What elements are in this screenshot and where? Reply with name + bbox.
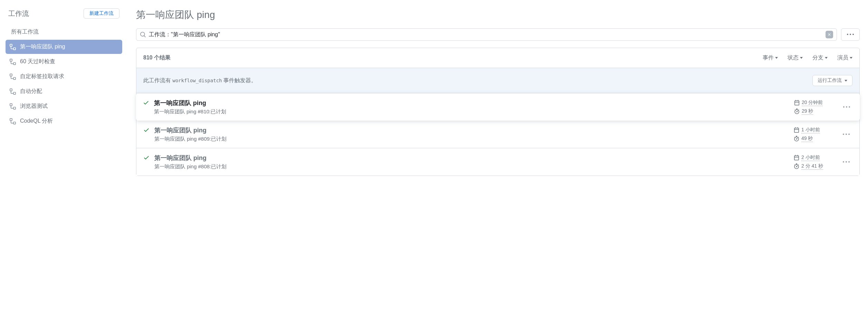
results-count: 810 个结果: [143, 54, 171, 62]
search-wrapper: [136, 28, 837, 41]
search-input[interactable]: [149, 31, 826, 38]
caret-down-icon: [800, 57, 803, 59]
run-menu-button[interactable]: [840, 102, 853, 112]
sidebar-item-label: 自定标签拉取请求: [20, 73, 64, 80]
run-title: 第一响应团队 ping: [154, 154, 789, 162]
run-main: 第一响应团队 ping 第一响应团队 ping #809:已计划: [154, 126, 789, 142]
new-workflow-button[interactable]: 新建工作流: [84, 8, 119, 19]
run-meta: 1 小时前 49 秒: [794, 127, 835, 142]
sidebar-item-workflow[interactable]: 浏览器测试: [6, 99, 122, 113]
sidebar-item-label: 浏览器测试: [20, 103, 48, 110]
sidebar-item-workflow[interactable]: 自动分配: [6, 84, 122, 98]
caret-down-icon: [850, 57, 852, 59]
caret-down-icon: [845, 80, 847, 82]
sidebar-item-label: 第一响应团队 ping: [20, 43, 65, 50]
caret-down-icon: [825, 57, 828, 59]
sidebar-item-workflow[interactable]: 60 天过时检查: [6, 55, 122, 69]
stopwatch-icon: [794, 163, 799, 169]
run-meta: 2 小时前 2 分 41 秒: [794, 154, 835, 170]
kebab-icon: [843, 131, 850, 138]
calendar-icon: [794, 100, 800, 105]
more-options-button[interactable]: [841, 28, 860, 41]
dispatch-text-prefix: 此工作流有: [143, 77, 172, 83]
sidebar-item-workflow[interactable]: 自定标签拉取请求: [6, 69, 122, 84]
run-subtitle: 第一响应团队 ping #808:已计划: [154, 163, 789, 170]
run-time: 1 小时前: [801, 127, 820, 133]
run-time: 2 小时前: [801, 154, 820, 161]
sidebar: 工作流 新建工作流 所有工作流 第一响应团队 ping60 天过时检查自定标签拉…: [0, 0, 128, 320]
workflow-icon: [10, 103, 16, 110]
stopwatch-icon: [794, 109, 800, 114]
check-icon: [143, 154, 150, 161]
run-duration: 2 分 41 秒: [801, 163, 823, 170]
sidebar-title: 工作流: [8, 9, 29, 18]
run-row[interactable]: 第一响应团队 ping 第一响应团队 ping #808:已计划 2 小时前 2…: [136, 148, 859, 176]
dispatch-text-suffix: 事件触发器。: [222, 77, 257, 83]
kebab-icon: [843, 159, 850, 166]
run-menu-button[interactable]: [840, 157, 852, 167]
clear-search-button[interactable]: [826, 31, 833, 38]
sidebar-item-label: 所有工作流: [11, 28, 39, 36]
run-duration: 49 秒: [801, 135, 813, 142]
stopwatch-icon: [794, 136, 799, 141]
main-content: 第一响应团队 ping 810 个结果 事件 状态 分支 演员: [128, 0, 868, 320]
sidebar-item-label: 自动分配: [20, 88, 42, 95]
run-menu-button[interactable]: [840, 130, 852, 139]
sidebar-item-workflow[interactable]: CodeQL 分析: [6, 114, 122, 128]
run-subtitle: 第一响应团队 ping #810:已计划: [154, 109, 789, 115]
sidebar-item-label: 60 天过时检查: [20, 58, 55, 65]
run-duration: 29 秒: [802, 108, 813, 115]
sidebar-item-label: CodeQL 分析: [20, 117, 53, 125]
check-icon: [143, 127, 150, 133]
filter-branch[interactable]: 分支: [812, 54, 828, 62]
run-title: 第一响应团队 ping: [154, 126, 789, 134]
run-time: 20 分钟前: [802, 100, 823, 106]
search-icon: [140, 31, 146, 38]
workflow-icon: [10, 88, 16, 95]
workflow-icon: [10, 59, 16, 65]
results-panel: 810 个结果 事件 状态 分支 演员 此工作流有 workflow_dispa…: [136, 48, 860, 176]
kebab-icon: [843, 104, 850, 111]
run-main: 第一响应团队 ping 第一响应团队 ping #810:已计划: [154, 99, 789, 115]
page-title: 第一响应团队 ping: [136, 8, 860, 21]
dispatch-banner: 此工作流有 workflow_dispatch 事件触发器。 运行工作流: [136, 68, 859, 93]
run-main: 第一响应团队 ping 第一响应团队 ping #808:已计划: [154, 154, 789, 170]
sidebar-item-workflow[interactable]: 第一响应团队 ping: [6, 40, 122, 54]
sidebar-item-all-workflows[interactable]: 所有工作流: [6, 25, 122, 39]
kebab-icon: [847, 31, 854, 38]
calendar-icon: [794, 127, 799, 133]
workflow-icon: [10, 74, 16, 80]
calendar-icon: [794, 155, 799, 160]
filter-actor[interactable]: 演员: [837, 54, 852, 62]
caret-down-icon: [775, 57, 778, 59]
run-meta: 20 分钟前 29 秒: [794, 100, 836, 115]
filter-status[interactable]: 状态: [788, 54, 803, 62]
run-workflow-button[interactable]: 运行工作流: [812, 75, 852, 86]
run-subtitle: 第一响应团队 ping #809:已计划: [154, 136, 789, 142]
close-icon: [827, 32, 831, 37]
run-workflow-label: 运行工作流: [818, 77, 842, 84]
dispatch-code: workflow_dispatch: [172, 78, 222, 83]
run-row[interactable]: 第一响应团队 ping 第一响应团队 ping #809:已计划 1 小时前 4…: [136, 121, 859, 148]
run-row[interactable]: 第一响应团队 ping 第一响应团队 ping #810:已计划 20 分钟前 …: [136, 93, 860, 121]
run-title: 第一响应团队 ping: [154, 99, 789, 107]
workflow-icon: [10, 118, 16, 124]
filter-event[interactable]: 事件: [763, 54, 778, 62]
check-icon: [143, 100, 149, 106]
workflow-icon: [10, 44, 16, 50]
